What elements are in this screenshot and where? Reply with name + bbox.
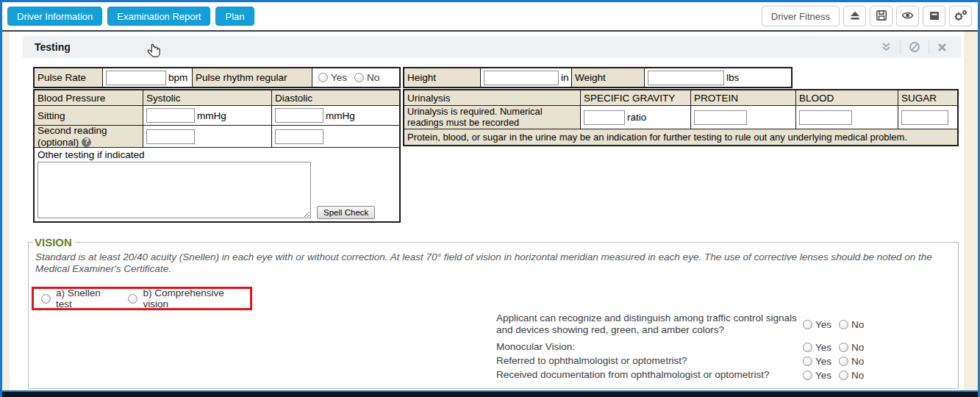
disable-section-icon[interactable]: [901, 41, 929, 53]
height-label: Height: [404, 68, 481, 87]
toolbar-nav-group: Driver Information Examination Report Pl…: [7, 7, 254, 26]
urinalysis-label: Urinalysis: [404, 90, 581, 105]
blood-input[interactable]: [799, 110, 852, 125]
driver-fitness-button[interactable]: Driver Fitness: [762, 6, 840, 26]
blood-pressure-box: Blood Pressure Systolic Diastolic Sittin…: [33, 89, 401, 223]
cursor-pointer-icon: [146, 43, 162, 64]
referred-yes-radio[interactable]: [803, 357, 812, 366]
save-icon: [876, 10, 887, 24]
mmhg-unit-label: mmHg: [326, 110, 355, 121]
nav-driver-information-button[interactable]: Driver Information: [7, 7, 102, 26]
traffic-signals-yes-radio[interactable]: [803, 320, 812, 329]
other-testing-area: Other testing if indicated Spell Check: [35, 148, 399, 221]
protein-input[interactable]: [694, 110, 747, 125]
question-row-received-documentation: Received documentation from ophthalmolog…: [496, 369, 974, 381]
sitting-diastolic-input[interactable]: [275, 108, 323, 123]
no-label: No: [851, 342, 864, 353]
yes-label: Yes: [815, 370, 831, 381]
sugar-input[interactable]: [901, 110, 948, 125]
weight-input[interactable]: [648, 71, 724, 85]
diastolic-header: Diastolic: [272, 90, 399, 105]
no-label: No: [851, 356, 864, 367]
sitting-diastolic-cell: mmHg: [272, 106, 399, 125]
question-label: Referred to ophthalmologist or optometri…: [496, 355, 799, 367]
comprehensive-vision-option: b) Comprehensive vision: [128, 287, 250, 310]
second-systolic-input[interactable]: [146, 129, 195, 144]
pulse-rhythm-yes-radio[interactable]: [318, 73, 328, 82]
snellen-test-label: a) Snellen test: [56, 287, 118, 310]
pulse-rhythm-no-radio[interactable]: [354, 73, 364, 82]
close-section-icon[interactable]: [929, 43, 955, 52]
traffic-signals-no-radio[interactable]: [839, 320, 848, 329]
pulse-rate-input[interactable]: [106, 71, 166, 85]
documentation-no-radio[interactable]: [839, 371, 848, 380]
other-testing-textarea[interactable]: [37, 162, 311, 218]
nav-plan-button[interactable]: Plan: [215, 7, 254, 26]
referred-no-radio[interactable]: [839, 357, 848, 366]
other-testing-label: Other testing if indicated: [37, 149, 396, 160]
top-toolbar: Driver Information Examination Report Pl…: [2, 2, 978, 30]
specific-gravity-input[interactable]: [584, 110, 625, 125]
second-reading-line2: (optional): [37, 137, 79, 148]
comprehensive-vision-label: b) Comprehensive vision: [143, 287, 250, 310]
weight-cell: lbs: [645, 68, 791, 87]
no-label: No: [851, 370, 864, 381]
app-window: Driver Information Examination Report Pl…: [0, 0, 980, 397]
protein-cell: [691, 106, 796, 129]
no-label: No: [367, 72, 379, 83]
blood-pressure-label: Blood Pressure: [35, 90, 143, 105]
monocular-yes-radio[interactable]: [803, 343, 812, 352]
snellen-test-radio[interactable]: [41, 294, 51, 304]
question-label: Monocular Vision:: [496, 341, 799, 353]
archive-button[interactable]: [923, 6, 945, 26]
yes-label: Yes: [331, 72, 347, 83]
systolic-header: Systolic: [143, 90, 272, 105]
content-panel: Testing Pulse Rate bpm Pulse rhythm: [10, 32, 964, 390]
specific-gravity-header: SPECIFIC GRAVITY: [581, 90, 691, 105]
preview-button[interactable]: [896, 6, 919, 26]
bottom-dark-bar: [2, 392, 978, 397]
second-diastolic-input[interactable]: [275, 129, 323, 144]
vision-description: Standard is at least 20/40 acuity (Snell…: [35, 251, 951, 275]
mmhg-unit-label: mmHg: [197, 110, 226, 121]
vision-questions: Applicant can recognize and distinguish …: [496, 312, 974, 384]
settings-button[interactable]: [949, 6, 972, 26]
second-reading-line1: Second reading: [37, 125, 107, 136]
sitting-systolic-cell: mmHg: [143, 106, 272, 125]
spell-check-button[interactable]: Spell Check: [317, 206, 375, 219]
save-button[interactable]: [870, 6, 893, 26]
monocular-no-radio[interactable]: [839, 343, 848, 352]
yes-label: Yes: [815, 319, 831, 330]
question-row-traffic-signals: Applicant can recognize and distinguish …: [496, 312, 974, 337]
testing-section-header[interactable]: Testing: [23, 36, 961, 58]
archive-icon: [929, 10, 940, 24]
height-input[interactable]: [484, 71, 559, 85]
documentation-yes-radio[interactable]: [803, 371, 812, 380]
pulse-table: Pulse Rate bpm Pulse rhythm regular Yes …: [33, 67, 401, 88]
ratio-label: ratio: [627, 112, 646, 123]
help-icon[interactable]: ?: [82, 137, 91, 147]
vision-body: Standard is at least 20/40 acuity (Snell…: [32, 251, 955, 385]
sitting-systolic-input[interactable]: [146, 108, 195, 123]
weight-unit-label: lbs: [726, 72, 739, 83]
eject-icon: [849, 10, 861, 24]
pulse-unit-label: bpm: [168, 72, 187, 83]
sitting-label: Sitting: [35, 106, 143, 125]
nav-examination-report-button[interactable]: Examination Report: [107, 7, 210, 26]
gears-icon: [954, 9, 968, 24]
question-label: Applicant can recognize and distinguish …: [496, 312, 799, 336]
vision-test-options-highlight: a) Snellen test b) Comprehensive vision: [32, 287, 252, 310]
toolbar-action-group: Driver Fitness: [762, 6, 972, 26]
urinalysis-required-note: Urinalysis is required. Numerical readin…: [404, 106, 581, 129]
height-cell: in: [481, 68, 572, 87]
comprehensive-vision-radio[interactable]: [128, 294, 137, 304]
blood-cell: [796, 106, 898, 129]
urinalysis-footer-note: Protein, blood, or sugar in the urine ma…: [404, 129, 957, 145]
question-label: Received documentation from ophthalmolog…: [496, 369, 799, 381]
collapse-section-icon[interactable]: [873, 42, 900, 52]
main-area: Testing Pulse Rate bpm Pulse rhythm: [2, 32, 978, 390]
yes-label: Yes: [815, 356, 831, 367]
eject-button[interactable]: [843, 6, 866, 26]
question-row-monocular-vision: Monocular Vision: Yes No: [496, 341, 974, 353]
testing-section-title: Testing: [35, 41, 71, 53]
